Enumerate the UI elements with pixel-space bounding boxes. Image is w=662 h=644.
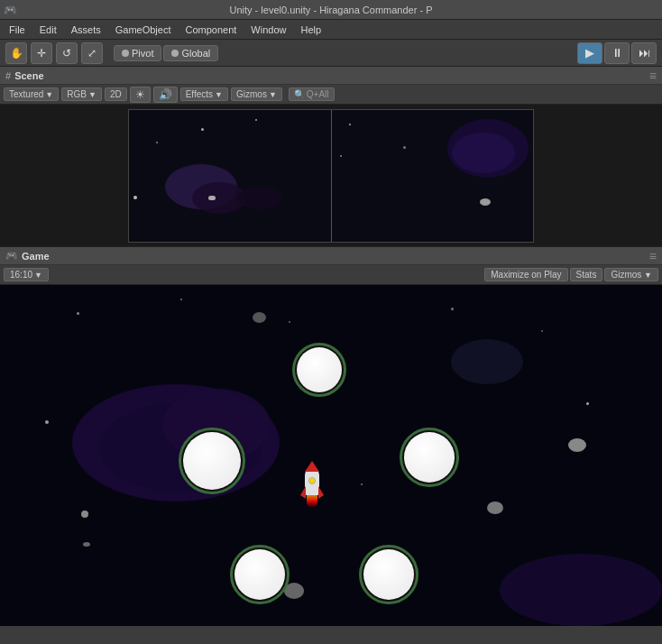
- gizmos-arrow: ▼: [269, 90, 277, 99]
- scene-panel: # Scene ≡ Textured ▼ RGB ▼ 2D ☀ 🔊 Effect…: [0, 67, 662, 247]
- game-header: 🎮 Game ≡: [0, 247, 662, 265]
- ratio-arrow: ▼: [34, 271, 42, 280]
- scene-menu-icon[interactable]: ≡: [649, 69, 657, 83]
- global-label: Global: [181, 48, 210, 59]
- game-gizmos-label: Gizmos: [611, 270, 641, 280]
- scene-toolbar: Textured ▼ RGB ▼ 2D ☀ 🔊 Effects ▼ Gizmos…: [0, 85, 662, 105]
- step-button[interactable]: ⏭: [631, 42, 657, 64]
- title-bar: 🎮 Unity - level0.unity - Hiragana Comman…: [0, 0, 662, 20]
- game-toolbar: 16:10 ▼ Maximize on Play Stats Gizmos ▼: [0, 265, 662, 285]
- search-icon: 🔍: [294, 89, 305, 99]
- gizmos-label: Gizmos: [236, 89, 267, 99]
- pause-button[interactable]: ⏸: [604, 42, 630, 64]
- effects-dropdown[interactable]: Effects ▼: [180, 87, 228, 101]
- game-right-tools: Maximize on Play Stats Gizmos ▼: [484, 268, 658, 281]
- planet-left: [176, 425, 248, 497]
- scene-hash-icon: #: [5, 70, 11, 81]
- planet-bottom-left: [227, 542, 292, 607]
- rgb-dropdown[interactable]: RGB ▼: [61, 87, 102, 101]
- twod-label: 2D: [110, 89, 122, 99]
- game-tab-label[interactable]: Game: [22, 251, 50, 262]
- scene-header: # Scene ≡: [0, 67, 662, 85]
- menu-window[interactable]: Window: [245, 23, 291, 37]
- scene-tab-label[interactable]: Scene: [14, 70, 43, 81]
- pivot-global-group: Pivot Global: [114, 45, 218, 61]
- menu-edit[interactable]: Edit: [34, 23, 62, 37]
- scale-tool-button[interactable]: ⤢: [81, 42, 103, 64]
- pivot-dot: [122, 50, 129, 57]
- search-placeholder: Q+All: [307, 89, 329, 99]
- planet-top: [289, 339, 350, 400]
- pivot-button[interactable]: Pivot: [114, 45, 161, 61]
- menu-assets[interactable]: Assets: [66, 23, 106, 37]
- textured-dropdown[interactable]: Textured ▼: [4, 87, 59, 101]
- planet-bottom-center: [356, 542, 421, 607]
- menu-component[interactable]: Component: [179, 23, 242, 37]
- aspect-ratio-dropdown[interactable]: 16:10 ▼: [4, 268, 49, 281]
- sun-icon-button[interactable]: ☀: [130, 87, 151, 103]
- game-viewport[interactable]: [0, 285, 662, 626]
- gizmos-dropdown[interactable]: Gizmos ▼: [231, 87, 282, 101]
- hand-tool-button[interactable]: ✋: [5, 42, 27, 64]
- planet-right: [397, 425, 462, 490]
- game-gizmos-dropdown[interactable]: Gizmos ▼: [604, 268, 658, 281]
- textured-label: Textured: [9, 89, 43, 99]
- stats-label: Stats: [576, 270, 597, 280]
- pivot-label: Pivot: [132, 48, 153, 59]
- rgb-arrow: ▼: [88, 90, 97, 99]
- effects-label: Effects: [186, 89, 213, 99]
- scene-viewport[interactable]: [0, 105, 662, 246]
- game-scene: [0, 285, 662, 626]
- move-tool-button[interactable]: ✛: [31, 42, 52, 64]
- global-button[interactable]: Global: [163, 45, 218, 61]
- scene-search[interactable]: 🔍 Q+All: [289, 87, 335, 101]
- scene-inner: [128, 109, 534, 243]
- ratio-label: 16:10: [10, 270, 32, 280]
- game-menu-icon[interactable]: ≡: [649, 249, 657, 263]
- menu-help[interactable]: Help: [295, 23, 326, 37]
- twod-button[interactable]: 2D: [105, 87, 127, 101]
- audio-button[interactable]: 🔊: [153, 87, 178, 103]
- play-button[interactable]: ▶: [577, 42, 602, 64]
- effects-arrow: ▼: [215, 90, 223, 99]
- textured-arrow: ▼: [45, 90, 53, 99]
- window-icon: 🎮: [4, 4, 17, 16]
- play-controls: ▶ ⏸ ⏭: [577, 42, 657, 64]
- maximize-label: Maximize on Play: [491, 270, 561, 280]
- rgb-label: RGB: [67, 89, 87, 99]
- main-toolbar: ✋ ✛ ↺ ⤢ Pivot Global ▶ ⏸ ⏭: [0, 40, 662, 67]
- stats-button[interactable]: Stats: [570, 268, 603, 281]
- scene-content: [0, 105, 662, 246]
- maximize-button[interactable]: Maximize on Play: [484, 268, 567, 281]
- menu-bar: File Edit Assets GameObject Component Wi…: [0, 20, 662, 40]
- title-text: Unity - level0.unity - Hiragana Commande…: [230, 5, 433, 15]
- scene-divider: [331, 110, 332, 242]
- rotate-tool-button[interactable]: ↺: [56, 42, 78, 64]
- menu-gameobject[interactable]: GameObject: [110, 23, 177, 37]
- rocket: [298, 461, 326, 508]
- game-gizmos-arrow: ▼: [644, 271, 652, 280]
- game-panel: 🎮 Game ≡ 16:10 ▼ Maximize on Play Stats …: [0, 247, 662, 626]
- global-dot: [171, 50, 179, 57]
- menu-file[interactable]: File: [4, 23, 31, 37]
- game-gamepad-icon: 🎮: [5, 250, 18, 262]
